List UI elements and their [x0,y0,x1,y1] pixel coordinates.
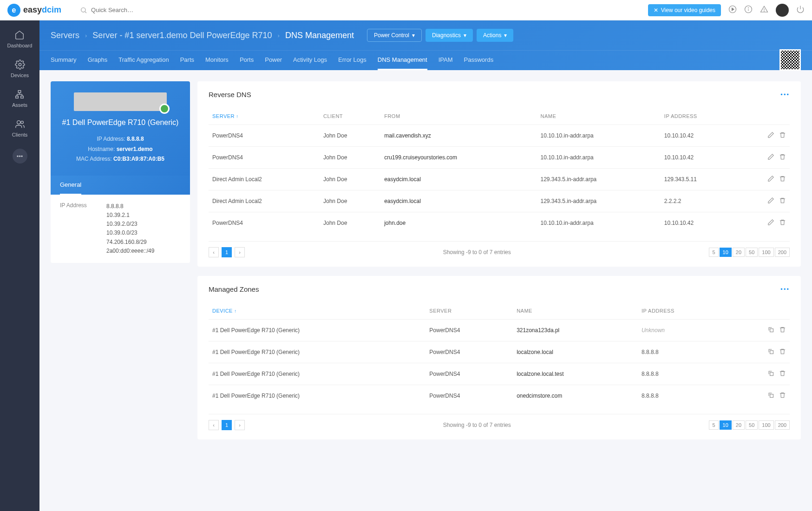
tab-monitors[interactable]: Monitors [205,51,229,70]
page-size[interactable]: 20 [733,420,745,430]
tab-error-logs[interactable]: Error Logs [338,51,367,70]
col-header[interactable]: DEVICE [209,302,426,320]
svg-rect-11 [19,91,21,93]
edit-icon[interactable] [767,197,774,205]
page-size[interactable]: 5 [709,420,718,430]
delete-icon[interactable] [779,392,786,400]
edit-icon[interactable] [767,175,774,183]
crumb-servers[interactable]: Servers [51,31,79,40]
delete-icon[interactable] [779,175,786,183]
table-row: Direct Admin Local2John Doeeasydcim.loca… [209,169,790,190]
delete-icon[interactable] [779,370,786,378]
sidebar-more[interactable]: ••• [13,149,27,164]
tab-summary[interactable]: Summary [51,51,77,70]
page-size[interactable]: 200 [775,248,790,257]
tab-traffic-aggregation[interactable]: Traffic Aggregation [118,51,169,70]
page-size[interactable]: 50 [746,420,758,430]
tab-parts[interactable]: Parts [180,51,194,70]
copy-icon[interactable] [767,326,774,334]
video-guides-button[interactable]: ✕ View our video guides [648,4,721,16]
home-icon [14,30,25,40]
table-row: PowerDNS4John Doejohn.doe10.10.10.in-add… [209,212,790,234]
reverse-dns-panel: Reverse DNS ••• SERVERCLIENTFROMNAMEIP A… [197,81,801,267]
delete-icon[interactable] [779,326,786,334]
page-number[interactable]: 1 [222,247,232,257]
server-image [74,92,167,111]
chevron-right-icon: › [85,32,87,39]
col-header[interactable]: SERVER [209,108,320,125]
delete-icon[interactable] [779,197,786,205]
sidebar-item-devices[interactable]: Devices [11,59,29,78]
tab-dns-management[interactable]: DNS Management [378,51,427,70]
power-control-button[interactable]: Power Control▾ [367,29,422,42]
tab-graphs[interactable]: Graphs [88,51,108,70]
page-size[interactable]: 20 [733,248,745,257]
svg-point-10 [19,63,21,66]
col-header[interactable]: IP ADDRESS [661,108,739,125]
next-page[interactable]: › [235,247,245,257]
diagnostics-button[interactable]: Diagnostics▾ [426,29,473,42]
main: Servers › Server - #1 server1.demo Dell … [39,20,812,511]
prev-page[interactable]: ‹ [209,420,219,430]
search-input[interactable] [91,7,184,13]
logo[interactable]: e easydcim [7,4,61,17]
breadcrumb: Servers › Server - #1 server1.demo Dell … [39,20,812,50]
col-header[interactable]: FROM [380,108,537,125]
prev-page[interactable]: ‹ [209,247,219,257]
delete-icon[interactable] [779,131,786,140]
page-size[interactable]: 50 [746,248,758,257]
next-page[interactable]: › [235,420,245,430]
device-tab-general[interactable]: General [51,176,190,195]
delete-icon[interactable] [779,219,786,227]
page-sizes: 5102050100200 [709,420,790,430]
search-box[interactable] [80,7,184,14]
edit-icon[interactable] [767,153,774,162]
panel-menu-icon[interactable]: ••• [780,91,790,98]
edit-icon[interactable] [767,219,774,227]
svg-rect-13 [21,96,24,98]
alert-icon[interactable] [760,5,768,15]
info-icon[interactable] [744,5,753,15]
delete-icon[interactable] [779,153,786,162]
info-label: IP Address [60,202,97,256]
actions-button[interactable]: Actions▾ [477,29,513,42]
col-header[interactable]: CLIENT [320,108,380,125]
page-size[interactable]: 5 [709,248,718,257]
tab-ipam[interactable]: IPAM [439,51,453,70]
device-panel: #1 Dell PowerEdge R710 (Generic) IP Addr… [51,81,190,439]
page-size[interactable]: 10 [720,248,732,257]
svg-rect-21 [770,351,773,354]
col-header[interactable]: IP ADDRESS [638,302,730,320]
tab-power[interactable]: Power [265,51,282,70]
qr-code[interactable] [779,49,801,71]
tab-activity-logs[interactable]: Activity Logs [293,51,327,70]
sidebar-item-clients[interactable]: Clients [12,119,28,138]
delete-icon[interactable] [779,348,786,356]
play-icon[interactable] [728,5,737,15]
sidebar-item-label: Dashboard [7,43,33,48]
copy-icon[interactable] [767,370,774,378]
avatar[interactable] [776,4,789,17]
col-header[interactable]: NAME [513,302,638,320]
panel-menu-icon[interactable]: ••• [780,286,790,293]
chevron-right-icon: › [278,32,280,39]
tab-passwords[interactable]: Passwords [464,51,494,70]
power-icon[interactable] [796,5,805,15]
page-size[interactable]: 100 [759,420,773,430]
col-header[interactable]: SERVER [426,302,513,320]
sidebar-item-assets[interactable]: Assets [12,89,27,108]
tab-ports[interactable]: Ports [240,51,254,70]
table-row: #1 Dell PowerEdge R710 (Generic)PowerDNS… [209,385,790,407]
col-header[interactable]: NAME [537,108,661,125]
page-number[interactable]: 1 [222,420,232,430]
crumb-server[interactable]: Server - #1 server1.demo Dell PowerEdge … [92,31,272,40]
sidebar-item-dashboard[interactable]: Dashboard [7,30,33,48]
page-size[interactable]: 100 [759,248,773,257]
page-size[interactable]: 200 [775,420,790,430]
page-size[interactable]: 10 [720,420,732,430]
copy-icon[interactable] [767,392,774,400]
svg-line-1 [85,12,86,13]
copy-icon[interactable] [767,348,774,356]
edit-icon[interactable] [767,131,774,140]
svg-rect-23 [770,394,773,398]
